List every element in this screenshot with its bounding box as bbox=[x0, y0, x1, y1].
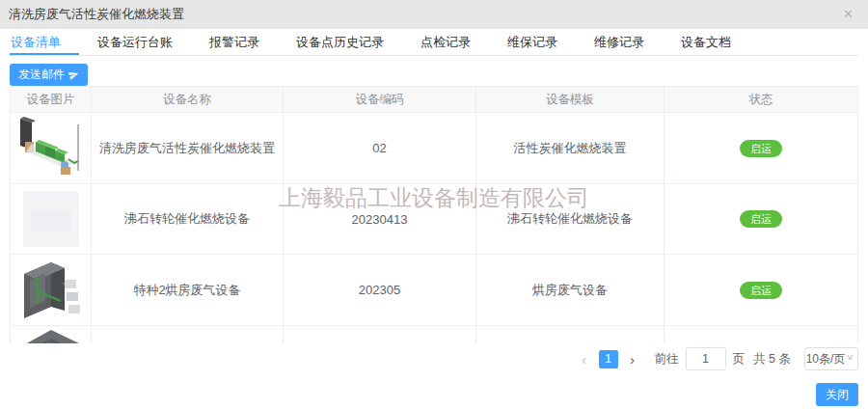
device-code bbox=[284, 326, 476, 343]
header-status: 状态 bbox=[665, 87, 857, 113]
dialog-title-bar: 清洗房废气活性炭催化燃烧装置 ✕ bbox=[0, 0, 868, 29]
device-image-faint-placeholder bbox=[23, 191, 79, 247]
send-icon bbox=[68, 68, 81, 82]
table-header-row: 设备图片 设备名称 设备编码 设备模板 状态 bbox=[11, 87, 857, 113]
send-email-button[interactable]: 发送邮件 bbox=[10, 64, 88, 86]
header-device-name: 设备名称 bbox=[92, 87, 284, 113]
tab-device-operation-ledger[interactable]: 设备运行台账 bbox=[79, 30, 191, 55]
pagination: ‹ 1 › 前往 页 共 5 条 10条/页 ∨ bbox=[574, 345, 858, 372]
header-device-image: 设备图片 bbox=[11, 87, 92, 113]
device-detail-dialog: 清洗房废气活性炭催化燃烧装置 ✕ 设备清单 设备运行台账 报警记录 设备点历史记… bbox=[0, 0, 868, 409]
status-cell: 启运 bbox=[665, 255, 857, 326]
table-row: 清洗房废气活性炭催化燃烧装置 02 活性炭催化燃烧装置 启运 bbox=[11, 113, 857, 184]
tab-device-list[interactable]: 设备清单 bbox=[10, 30, 79, 55]
status-cell: 启运 bbox=[665, 184, 857, 255]
status-cell: 启运 bbox=[665, 113, 857, 184]
status-badge[interactable]: 启运 bbox=[740, 140, 782, 157]
table-row: 特种2烘房废气设备 202305 烘房废气设备 启运 bbox=[11, 255, 857, 326]
status-badge[interactable]: 启运 bbox=[740, 210, 782, 228]
device-template: 活性炭催化燃烧装置 bbox=[476, 113, 665, 184]
device-code: 202305 bbox=[284, 255, 476, 326]
device-template bbox=[476, 326, 665, 343]
device-template: 烘房废气设备 bbox=[476, 255, 665, 326]
device-table: 设备图片 设备名称 设备编码 设备模板 状态 bbox=[10, 86, 858, 343]
device-image-cell bbox=[11, 326, 92, 343]
device-code: 20230413 bbox=[284, 184, 476, 255]
goto-label: 前往 bbox=[655, 351, 679, 368]
send-email-label: 发送邮件 bbox=[18, 67, 65, 83]
close-button[interactable]: 关闭 bbox=[816, 383, 858, 406]
device-image-cell bbox=[11, 113, 92, 184]
tab-alarm-records[interactable]: 报警记录 bbox=[191, 30, 278, 55]
prev-page-button[interactable]: ‹ bbox=[574, 348, 595, 369]
total-count-label: 共 5 条 bbox=[753, 351, 791, 368]
table-row: 沸石转轮催化燃烧设备 20230413 沸石转轮催化燃烧设备 启运 bbox=[11, 184, 857, 255]
device-name: 清洗房废气活性炭催化燃烧装置 bbox=[92, 113, 284, 184]
chevron-down-icon: ∨ bbox=[846, 352, 854, 362]
device-image-partial-top bbox=[19, 326, 83, 343]
status-cell bbox=[665, 326, 857, 343]
device-template: 沸石转轮催化燃烧设备 bbox=[476, 184, 665, 255]
tab-repair-records[interactable]: 维修记录 bbox=[576, 30, 663, 55]
device-image-green-machinery bbox=[16, 117, 86, 180]
device-image-cell bbox=[11, 255, 92, 326]
tab-inspection-records[interactable]: 点检记录 bbox=[402, 30, 489, 55]
table-row bbox=[11, 326, 857, 343]
device-name: 特种2烘房废气设备 bbox=[92, 255, 284, 326]
device-name: 沸石转轮催化燃烧设备 bbox=[92, 184, 284, 255]
page-size-value: 10条/页 bbox=[806, 351, 846, 368]
device-code: 02 bbox=[284, 113, 476, 184]
next-page-button[interactable]: › bbox=[622, 348, 643, 369]
status-badge[interactable]: 启运 bbox=[740, 282, 782, 299]
tab-device-documents[interactable]: 设备文档 bbox=[663, 30, 749, 55]
close-icon[interactable]: ✕ bbox=[843, 0, 854, 29]
tab-maintenance-records[interactable]: 维保记录 bbox=[489, 30, 576, 55]
tab-bar: 设备清单 设备运行台账 报警记录 设备点历史记录 点检记录 维保记录 维修记录 … bbox=[10, 30, 858, 56]
header-device-code: 设备编码 bbox=[284, 87, 476, 113]
page-number-1[interactable]: 1 bbox=[599, 350, 618, 368]
page-unit-label: 页 bbox=[733, 351, 746, 368]
device-name bbox=[92, 326, 284, 343]
dialog-title: 清洗房废气活性炭催化燃烧装置 bbox=[9, 0, 184, 29]
goto-page-input[interactable] bbox=[686, 347, 726, 370]
device-image-dark-oven bbox=[20, 259, 82, 322]
page-size-select[interactable]: 10条/页 ∨ bbox=[804, 347, 858, 370]
header-device-template: 设备模板 bbox=[476, 87, 665, 113]
tab-device-point-history[interactable]: 设备点历史记录 bbox=[278, 30, 402, 55]
device-image-cell bbox=[11, 184, 92, 255]
